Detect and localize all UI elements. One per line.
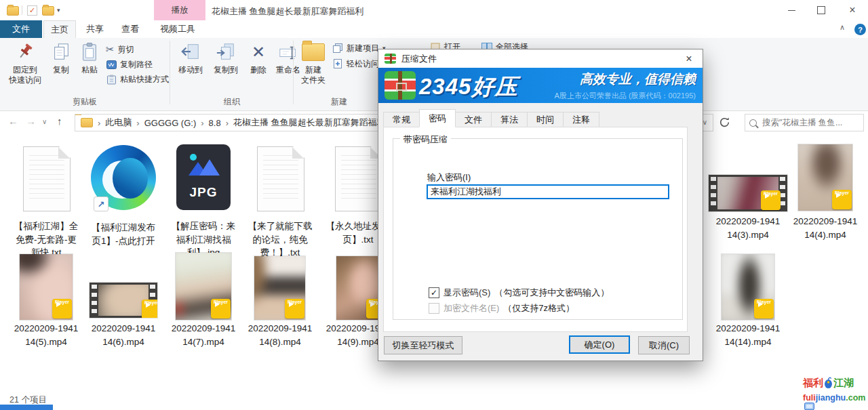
dialog-tab-comment[interactable]: 注释 bbox=[563, 112, 599, 127]
contextual-tab-play[interactable]: 播放 bbox=[154, 0, 205, 20]
maximize-button[interactable] bbox=[807, 0, 835, 20]
cut-icon: ✂ bbox=[106, 43, 115, 56]
file-item[interactable]: ↗ 【福利江湖发布页1】-点此打开 bbox=[90, 142, 157, 261]
player-badge-icon: Player bbox=[142, 300, 157, 318]
show-password-checkbox[interactable]: ✓ 显示密码(S) （勾选可支持中文密码输入） bbox=[429, 287, 609, 299]
tab-home[interactable]: 主页 bbox=[43, 20, 76, 38]
password-input[interactable] bbox=[427, 184, 669, 199]
paste-shortcut-icon bbox=[106, 74, 117, 85]
tab-view[interactable]: 查看 bbox=[114, 20, 146, 38]
copy-path-button[interactable]: 复制路径 bbox=[106, 58, 153, 70]
group-label-organize: 组织 bbox=[171, 96, 293, 108]
ok-button[interactable]: 确定(O) bbox=[569, 335, 630, 354]
dialog-tab-password[interactable]: 密码 bbox=[419, 109, 456, 127]
crumb-sep-icon: › bbox=[98, 118, 100, 128]
file-item[interactable]: JPG 【解压密码：来福利江湖找福利】.jpg bbox=[170, 142, 237, 261]
breadcrumb-item-8-8[interactable]: 8.8 bbox=[209, 118, 221, 128]
jpg-file-icon: JPG bbox=[176, 144, 231, 210]
file-name: 20220209-194114(3).mp4 bbox=[714, 215, 782, 241]
dialog-tab-algorithm[interactable]: 算法 bbox=[491, 112, 528, 127]
search-box[interactable] bbox=[745, 114, 864, 131]
help-icon[interactable]: ? bbox=[854, 24, 866, 35]
paste-button[interactable]: 粘贴 bbox=[76, 41, 103, 75]
copy-path-icon bbox=[106, 59, 117, 70]
new-item-label: 新建项目 bbox=[347, 43, 379, 54]
explorer-window: ✓ ▾ 播放 花椒主播 鱼鱼腿超长最新肛塞舞蹈福利 × 文件 主页 共享 查看 … bbox=[0, 0, 868, 410]
search-input[interactable] bbox=[761, 117, 852, 128]
dialog-tab-files[interactable]: 文件 bbox=[455, 112, 492, 127]
easy-access-label: 轻松访问 bbox=[347, 58, 379, 70]
minimize-button[interactable] bbox=[777, 0, 806, 20]
rename-icon bbox=[278, 41, 298, 64]
password-groupbox: 带密码压缩 输入密码(I) ✓ 显示密码(S) （勾选可支持中文密码输入） 加密… bbox=[393, 138, 683, 320]
dialog-title: 压缩文件 bbox=[401, 53, 437, 65]
dialog-tab-time[interactable]: 时间 bbox=[527, 112, 564, 127]
cut-button[interactable]: ✂ 剪切 bbox=[106, 43, 134, 56]
tab-share[interactable]: 共享 bbox=[79, 20, 111, 38]
file-item[interactable]: Player 20220209-194114(3).mp4 bbox=[714, 142, 782, 254]
file-name: 20220209-194114(7).mp4 bbox=[170, 322, 237, 348]
watermark-url-1: fuli bbox=[803, 393, 816, 403]
switch-light-mode-button[interactable]: 切换至轻巧模式 bbox=[384, 336, 462, 354]
delete-button[interactable]: ✕ 删除 bbox=[245, 41, 271, 75]
qat-customize-caret-icon[interactable]: ▾ bbox=[57, 7, 60, 14]
window-title: 花椒主播 鱼鱼腿超长最新肛塞舞蹈福利 bbox=[212, 5, 364, 18]
tab-file[interactable]: 文件 bbox=[0, 20, 42, 38]
group-label-new: 新建 bbox=[294, 96, 384, 108]
pin-to-quick-access-button[interactable]: 固定到 快速访问 bbox=[4, 41, 46, 85]
dialog-tab-general[interactable]: 常规 bbox=[383, 112, 420, 127]
easy-access-button[interactable]: 轻松访问 bbox=[332, 58, 379, 70]
copy-button[interactable]: 复制 bbox=[47, 41, 75, 75]
move-to-icon bbox=[180, 41, 201, 64]
file-name: 20220209-194114(8).mp4 bbox=[246, 322, 314, 348]
breadcrumb-item-this-pc[interactable]: 此电脑 bbox=[105, 117, 132, 129]
cancel-button[interactable]: 取消(C) bbox=[638, 336, 690, 354]
forward-icon[interactable]: → bbox=[26, 115, 36, 127]
video-thumbnail: Player bbox=[722, 254, 774, 320]
search-icon bbox=[749, 119, 757, 127]
new-folder-button[interactable]: 新建 文件夹 bbox=[297, 41, 330, 85]
file-item[interactable]: Player 20220209-194114(8).mp4 bbox=[246, 253, 314, 354]
breadcrumb-item-drive-g[interactable]: GGGGG (G:) bbox=[144, 118, 197, 128]
collapse-ribbon-icon[interactable]: ∧ bbox=[840, 23, 845, 32]
copy-to-button[interactable]: 复制到 bbox=[209, 41, 243, 75]
quick-access-folder-icon[interactable] bbox=[7, 6, 19, 16]
refresh-icon[interactable] bbox=[719, 117, 730, 130]
tab-video-tools[interactable]: 视频工具 bbox=[151, 20, 205, 38]
file-item[interactable]: Player 20220209-194114(4).mp4 bbox=[791, 142, 859, 254]
dialog-tab-strip: 常规 密码 文件 算法 时间 注释 bbox=[383, 111, 599, 127]
watermark: 福利 江湖 fulijianghu.com bbox=[803, 375, 868, 410]
checkbox-checked-icon: ✓ bbox=[429, 287, 439, 298]
close-button[interactable]: × bbox=[838, 0, 867, 20]
paste-icon bbox=[81, 41, 98, 64]
file-item[interactable]: 【来了就能下载的论坛，纯免费！】.txt bbox=[246, 142, 314, 261]
file-item[interactable]: Player 20220209-194114(5).mp4 bbox=[12, 253, 80, 354]
video-thumbnail: Player bbox=[20, 254, 73, 320]
new-folder-label: 新建 文件夹 bbox=[301, 65, 326, 85]
minimize-icon bbox=[788, 10, 795, 11]
haozip-app-icon bbox=[384, 54, 396, 64]
file-item[interactable]: 【福利江湖】全免费-无套路-更新快.txt bbox=[12, 142, 80, 261]
move-to-button[interactable]: 移动到 bbox=[174, 41, 208, 75]
file-item[interactable]: Player 20220209-194114(6).mp4 bbox=[90, 253, 157, 354]
player-badge-icon: Player bbox=[832, 190, 852, 209]
file-item[interactable]: Player 20220209-194114(7).mp4 bbox=[170, 253, 237, 354]
file-name: 20220209-194114(4).mp4 bbox=[791, 215, 859, 241]
video-thumbnail: Player bbox=[176, 253, 231, 320]
breadcrumb-item-current-folder[interactable]: 花椒主播 鱼鱼腿超长最新肛塞舞蹈福利 bbox=[233, 117, 386, 129]
watermark-cn-right: 江湖 bbox=[833, 377, 854, 390]
video-thumbnail: Player bbox=[798, 144, 852, 211]
back-icon[interactable]: ← bbox=[8, 115, 18, 127]
qat-checkbox-icon[interactable]: ✓ bbox=[27, 5, 37, 16]
file-item[interactable]: Player 20220209-194114(14).mp4 bbox=[714, 253, 782, 354]
dialog-close-button[interactable]: × bbox=[675, 49, 703, 68]
easy-access-icon bbox=[332, 58, 343, 69]
recent-locations-icon[interactable]: ∨ bbox=[42, 118, 47, 125]
mouse-icon bbox=[824, 375, 833, 391]
qat-folder-icon[interactable] bbox=[42, 6, 54, 16]
player-badge-icon: Player bbox=[285, 299, 304, 319]
copy-to-label: 复制到 bbox=[214, 65, 238, 75]
paste-shortcut-button[interactable]: 粘贴快捷方式 bbox=[106, 73, 169, 85]
paste-shortcut-label: 粘贴快捷方式 bbox=[120, 74, 169, 85]
up-icon[interactable]: ↑ bbox=[57, 115, 62, 127]
